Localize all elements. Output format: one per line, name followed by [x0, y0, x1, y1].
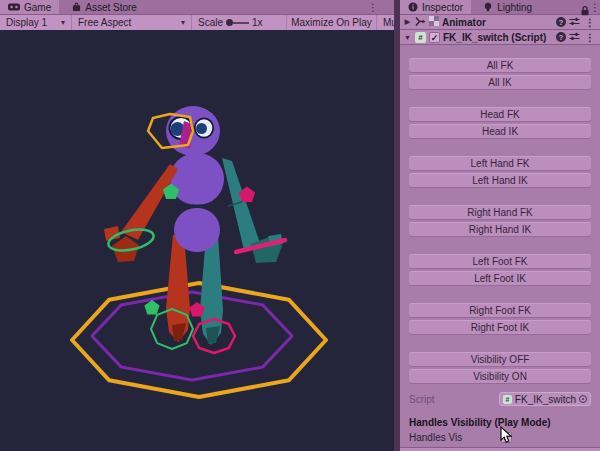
shopping-bag-icon	[72, 2, 81, 12]
torso-lower	[174, 208, 220, 252]
right-arm	[222, 158, 261, 250]
handles-vis-label: Handles Vis	[409, 432, 501, 443]
component-enabled-checkbox[interactable]: ✓	[429, 32, 440, 43]
right-hand-fk-button[interactable]: Right Hand FK	[409, 205, 591, 219]
gamepad-icon	[8, 3, 20, 11]
aspect-ratio-label: Free Aspect	[78, 17, 131, 28]
right-foot-fk-button[interactable]: Right Foot FK	[409, 303, 591, 317]
all-ik-button[interactable]: All IK	[409, 75, 591, 89]
tab-lighting[interactable]: Lighting	[475, 0, 540, 14]
right-eye-iris	[196, 123, 207, 134]
lock-icon[interactable]	[580, 2, 590, 20]
maximize-on-play-button[interactable]: Maximize On Play	[287, 15, 377, 30]
script-component-header[interactable]: ▼ # ✓ FK_IK_switch (Script) ? ⋮	[400, 30, 600, 45]
info-icon	[408, 2, 418, 12]
inspector-panel: Inspector Lighting ⋮ ▶ Animator	[400, 0, 600, 451]
script-field-row: Script # FK_IK_switch	[409, 392, 591, 406]
head-fk-button[interactable]: Head FK	[409, 107, 591, 121]
right-foot-ik-button[interactable]: Right Foot IK	[409, 320, 591, 334]
script-component-body: All FK All IK Head FK Head IK Left Hand …	[400, 45, 600, 443]
chevron-down-icon: ▾	[61, 18, 65, 27]
mute-audio-button[interactable]: Mu	[377, 15, 394, 30]
maximize-on-play-label: Maximize On Play	[291, 17, 372, 28]
left-hand-ik-button[interactable]: Left Hand IK	[409, 173, 591, 187]
visibility-off-button[interactable]: Visibility OFF	[409, 352, 591, 366]
ground-pentagon-green	[144, 300, 159, 315]
tab-inspector[interactable]: Inspector	[400, 0, 471, 14]
scale-slider-track	[233, 22, 249, 24]
script-icon: #	[415, 32, 426, 43]
animator-title: Animator	[442, 17, 486, 28]
waist-gap	[175, 205, 219, 209]
foldout-open-icon[interactable]: ▼	[403, 34, 412, 41]
animator-component-header[interactable]: ▶ Animator ? ⋮	[400, 15, 600, 30]
script-object-value: FK_IK_switch	[515, 394, 576, 405]
foldout-closed-icon[interactable]: ▶	[403, 18, 412, 26]
left-arm	[121, 164, 178, 240]
help-icon[interactable]: ?	[556, 17, 566, 27]
mute-audio-label: Mu	[383, 17, 394, 28]
visibility-on-button[interactable]: Visibility ON	[409, 369, 591, 383]
tab-lighting-label: Lighting	[497, 2, 532, 13]
aspect-ratio-dropdown[interactable]: Free Aspect ▾	[72, 15, 192, 30]
inspector-bottom-strip	[400, 447, 600, 451]
handles-vis-checkbox[interactable]: ✓	[501, 432, 512, 443]
tab-game[interactable]: Game	[0, 0, 59, 14]
game-viewport[interactable]	[0, 30, 394, 451]
script-icon: #	[503, 395, 512, 404]
component-menu-icon[interactable]: ⋮	[583, 32, 597, 43]
object-picker-icon[interactable]	[579, 395, 587, 403]
animator-icon	[415, 16, 426, 29]
scale-slider-knob[interactable]	[226, 19, 233, 26]
presets-icon[interactable]	[569, 17, 580, 28]
game-toolbar: Display 1 ▾ Free Aspect ▾ Scale 1x Maxim…	[0, 15, 394, 30]
script-field-label: Script	[409, 394, 499, 405]
left-hand-fk-button[interactable]: Left Hand FK	[409, 156, 591, 170]
scale-value: 1x	[252, 17, 263, 28]
unity-editor-window: Game Asset Store ⋮ Display 1 ▾ Free Aspe…	[0, 0, 600, 451]
game-tabbar: Game Asset Store ⋮	[0, 0, 394, 15]
left-foot-fk-button[interactable]: Left Foot FK	[409, 254, 591, 268]
left-foot-ik-button[interactable]: Left Foot IK	[409, 271, 591, 285]
tab-game-label: Game	[24, 2, 51, 13]
handles-visibility-header: Handles Visibility (Play Mode)	[409, 417, 591, 428]
handles-vis-row: Handles Vis ✓	[409, 432, 591, 443]
help-icon[interactable]: ?	[556, 32, 566, 42]
tab-asset-store[interactable]: Asset Store	[64, 0, 145, 14]
inspector-menu-icon[interactable]: ⋮	[590, 1, 600, 14]
checker-thumbnail-icon	[429, 16, 439, 28]
torso-upper	[170, 153, 224, 205]
game-panel: Game Asset Store ⋮ Display 1 ▾ Free Aspe…	[0, 0, 394, 451]
character-render	[0, 30, 394, 451]
tab-asset-store-label: Asset Store	[85, 2, 137, 13]
inspector-tabbar: Inspector Lighting ⋮	[400, 0, 600, 15]
all-fk-button[interactable]: All FK	[409, 58, 591, 72]
script-component-title: FK_IK_switch (Script)	[443, 32, 546, 43]
presets-icon[interactable]	[569, 32, 580, 43]
script-object-field[interactable]: # FK_IK_switch	[499, 392, 591, 406]
head-ik-button[interactable]: Head IK	[409, 124, 591, 138]
display-dropdown-label: Display 1	[6, 17, 47, 28]
scale-label: Scale	[198, 17, 223, 28]
chevron-down-icon: ▾	[181, 18, 185, 27]
tab-inspector-label: Inspector	[422, 2, 463, 13]
scale-slider[interactable]	[226, 19, 249, 26]
game-panel-menu-icon[interactable]: ⋮	[368, 1, 378, 14]
display-dropdown[interactable]: Display 1 ▾	[0, 15, 72, 30]
scale-control: Scale 1x	[192, 15, 287, 30]
right-hand-ik-button[interactable]: Right Hand IK	[409, 222, 591, 236]
lightbulb-icon	[483, 2, 493, 12]
